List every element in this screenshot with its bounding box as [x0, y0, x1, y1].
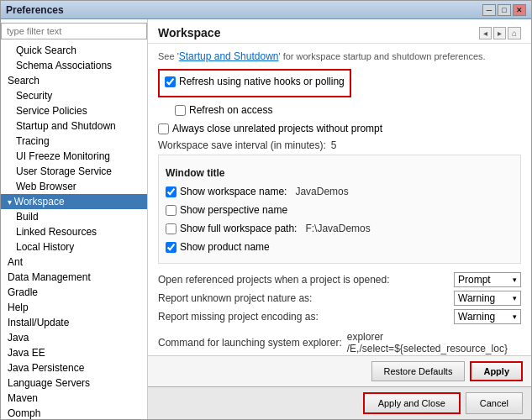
open-referenced-label: Open referenced projects when a project …: [158, 274, 454, 286]
sidebar-item-build[interactable]: Build: [1, 209, 147, 224]
bottom-buttons: Restore Defaults Apply: [148, 355, 531, 386]
close-button[interactable]: ✕: [513, 4, 526, 16]
refresh-native-label: Refresh using native hooks or polling: [179, 76, 345, 87]
sidebar-item-security[interactable]: Security: [1, 88, 147, 103]
cancel-button[interactable]: Cancel: [466, 392, 523, 414]
page-title: Workspace: [158, 26, 220, 39]
startup-shutdown-link[interactable]: Startup and Shutdown: [179, 50, 279, 62]
panel-header: Workspace ◂ ▸ ⌂: [148, 19, 531, 44]
sidebar-item-web-browser[interactable]: Web Browser: [1, 179, 147, 194]
content-area: Quick Search Schema Associations Search …: [1, 19, 531, 419]
sidebar-item-java-persistence[interactable]: Java Persistence: [1, 360, 147, 375]
sidebar-item-ui-freeze[interactable]: UI Freeze Monitoring: [1, 149, 147, 164]
window-title-heading: Window title: [166, 167, 514, 179]
show-workspace-name-label: Show workspace name:: [180, 186, 287, 197]
nav-buttons: ◂ ▸ ⌂: [479, 27, 521, 39]
report-unknown-label: Report unknown project nature as:: [158, 292, 454, 304]
open-referenced-row: Open referenced projects when a project …: [158, 272, 521, 287]
show-product-name-row: Show product name: [166, 239, 514, 255]
nav-home-button[interactable]: ⌂: [508, 27, 521, 39]
command-value: explorer /E,/select=${selected_resource_…: [347, 331, 521, 354]
nav-back-button[interactable]: ◂: [479, 27, 492, 39]
sidebar-item-java-ee[interactable]: Java EE: [1, 345, 147, 360]
show-full-workspace-label: Show full workspace path:: [180, 223, 297, 234]
refresh-access-row: Refresh on access: [158, 102, 521, 118]
refresh-access-checkbox[interactable]: [175, 105, 186, 116]
panel-content: See 'Startup and Shutdown' for workspace…: [148, 44, 531, 355]
show-workspace-name-checkbox[interactable]: [166, 186, 176, 197]
report-missing-row: Report missing project encoding as: Warn…: [158, 309, 521, 324]
sidebar-item-java[interactable]: Java: [1, 330, 147, 345]
save-interval-value: 5: [331, 139, 337, 151]
open-referenced-arrow: ▾: [513, 276, 517, 284]
window-controls: ─ □ ✕: [482, 4, 526, 16]
report-missing-arrow: ▾: [513, 312, 517, 321]
title-bar: Preferences ─ □ ✕: [1, 1, 531, 19]
maximize-button[interactable]: □: [498, 4, 511, 16]
refresh-native-checkbox[interactable]: [165, 76, 176, 87]
sidebar-item-linked-resources[interactable]: Linked Resources: [1, 224, 147, 239]
restore-defaults-button[interactable]: Restore Defaults: [371, 361, 466, 381]
show-workspace-name-value: JavaDemos: [295, 186, 348, 197]
footer-buttons: Apply and Close Cancel: [148, 386, 531, 419]
sidebar-item-help[interactable]: Help: [1, 300, 147, 315]
report-unknown-arrow: ▾: [513, 294, 517, 302]
sidebar-item-data-management[interactable]: Data Management: [1, 270, 147, 285]
description-line: See 'Startup and Shutdown' for workspace…: [158, 50, 521, 62]
apply-button[interactable]: Apply: [470, 361, 523, 381]
save-interval-row: Workspace save interval (in minutes): 5: [158, 139, 521, 151]
open-referenced-value: Prompt: [458, 274, 491, 286]
always-close-row: Always close unrelated projects without …: [158, 121, 521, 136]
show-product-name-checkbox[interactable]: [166, 242, 176, 253]
apply-close-button[interactable]: Apply and Close: [363, 392, 461, 414]
sidebar-item-language-servers[interactable]: Language Servers: [1, 375, 147, 391]
show-product-name-label: Show product name: [180, 241, 270, 253]
show-full-workspace-value: F:\JavaDemos: [305, 223, 370, 234]
command-row: Command for launching system explorer: e…: [158, 331, 521, 354]
preferences-window: Preferences ─ □ ✕ Quick Search Schema As…: [0, 0, 532, 420]
sidebar-item-ant[interactable]: Ant: [1, 255, 147, 270]
window-title: Preferences: [6, 4, 64, 16]
save-interval-label: Workspace save interval (in minutes):: [158, 139, 326, 151]
sidebar-item-quick-search[interactable]: Quick Search: [1, 43, 147, 58]
show-perspective-name-label: Show perspective name: [180, 204, 287, 216]
report-missing-label: Report missing project encoding as:: [158, 311, 454, 323]
report-unknown-value: Warning: [458, 292, 495, 304]
sidebar-item-search[interactable]: Search: [1, 73, 147, 88]
command-label: Command for launching system explorer:: [158, 337, 342, 349]
sidebar-item-install-update[interactable]: Install/Update: [1, 315, 147, 330]
sidebar-item-startup-shutdown[interactable]: Startup and Shutdown: [1, 118, 147, 134]
minimize-button[interactable]: ─: [482, 4, 496, 16]
sidebar-item-local-history[interactable]: Local History: [1, 239, 147, 255]
report-missing-dropdown[interactable]: Warning ▾: [454, 309, 521, 324]
sidebar-item-workspace[interactable]: Workspace: [1, 194, 147, 209]
sidebar-item-maven[interactable]: Maven: [1, 391, 147, 406]
sidebar-item-user-storage[interactable]: User Storage Service: [1, 164, 147, 179]
window-title-section: Window title Show workspace name: JavaDe…: [158, 155, 521, 264]
show-full-workspace-row: Show full workspace path: F:\JavaDemos: [166, 221, 514, 236]
always-close-label: Always close unrelated projects without …: [172, 123, 382, 134]
main-panel: Workspace ◂ ▸ ⌂ See 'Startup and Shutdow…: [148, 19, 531, 419]
refresh-native-row: Refresh using native hooks or polling: [165, 74, 345, 89]
open-referenced-dropdown[interactable]: Prompt ▾: [454, 272, 521, 287]
report-unknown-row: Report unknown project nature as: Warnin…: [158, 291, 521, 306]
show-perspective-name-row: Show perspective name: [166, 202, 514, 218]
show-full-workspace-checkbox[interactable]: [166, 223, 176, 234]
sidebar-item-schema-associations[interactable]: Schema Associations: [1, 58, 147, 73]
refresh-native-box: Refresh using native hooks or polling: [158, 69, 351, 97]
always-close-checkbox[interactable]: [158, 123, 169, 134]
refresh-access-label: Refresh on access: [189, 104, 272, 116]
filter-input[interactable]: [1, 23, 147, 39]
sidebar-item-oomph[interactable]: Oomph: [1, 406, 147, 419]
report-unknown-dropdown[interactable]: Warning ▾: [454, 291, 521, 306]
show-perspective-name-checkbox[interactable]: [166, 205, 176, 216]
show-workspace-name-row: Show workspace name: JavaDemos: [166, 184, 514, 199]
nav-forward-button[interactable]: ▸: [493, 27, 506, 39]
report-missing-value: Warning: [458, 311, 495, 323]
sidebar: Quick Search Schema Associations Search …: [1, 19, 148, 419]
sidebar-item-gradle[interactable]: Gradle: [1, 285, 147, 300]
sidebar-item-service-policies[interactable]: Service Policies: [1, 103, 147, 118]
sidebar-item-tracing[interactable]: Tracing: [1, 134, 147, 149]
